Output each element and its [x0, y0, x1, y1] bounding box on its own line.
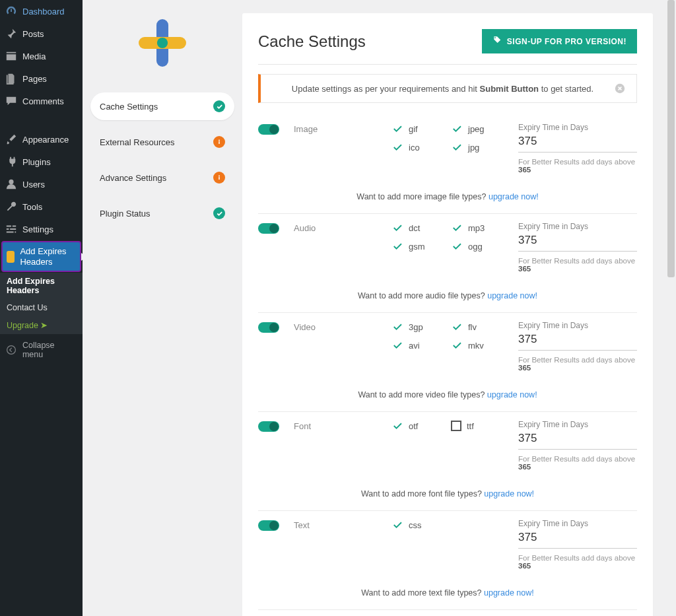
expiry-value-input[interactable]: 375: [518, 135, 637, 153]
check-icon: [391, 222, 403, 234]
sidebar-item-plugins[interactable]: Plugins: [0, 151, 83, 173]
sidebar-item-comments[interactable]: Comments: [0, 90, 83, 112]
file-type-item[interactable]: css: [391, 519, 447, 531]
plug-icon: [5, 156, 17, 168]
page-title: Cache Settings: [258, 32, 366, 51]
toggle-audio[interactable]: [258, 223, 279, 234]
submenu-item[interactable]: Contact Us: [0, 299, 83, 316]
section-title: Text: [294, 519, 380, 530]
add-more-prompt: Want to add more text file types? upgrad…: [258, 588, 637, 598]
file-type-label: ogg: [468, 242, 483, 252]
check-icon: [451, 321, 463, 333]
file-type-label: jpeg: [468, 124, 485, 134]
sidebar-item-users[interactable]: Users: [0, 173, 83, 195]
check-icon: [391, 420, 403, 432]
scrollbar-thumb[interactable]: [667, 0, 675, 277]
sidebar-item-media[interactable]: Media: [0, 45, 83, 67]
toggle-video[interactable]: [258, 322, 279, 333]
expiry-value-input[interactable]: 375: [518, 432, 637, 450]
svg-point-1: [7, 346, 16, 355]
info-notice: Update settings as per your requirements…: [258, 74, 637, 103]
check-icon: [451, 240, 463, 252]
pin-icon: [5, 28, 17, 40]
file-type-item[interactable]: jpg: [451, 141, 506, 153]
file-type-item[interactable]: gif: [391, 123, 447, 135]
sidebar-item-tools[interactable]: Tools: [0, 195, 83, 218]
file-type-label: avi: [409, 341, 420, 351]
checkbox-empty-icon[interactable]: [451, 421, 461, 431]
file-type-item[interactable]: ogg: [451, 240, 506, 252]
expiry-value-input[interactable]: 375: [518, 531, 637, 549]
check-icon: [451, 141, 463, 153]
file-type-item[interactable]: mp3: [451, 222, 506, 234]
nav-pill-cache-settings[interactable]: Cache Settings: [90, 92, 234, 120]
nav-pill-advance-settings[interactable]: Advance Settings: [90, 164, 234, 191]
expiry-hint: For Better Results add days above 365: [518, 554, 637, 570]
upgrade-link[interactable]: upgrade now!: [484, 489, 534, 498]
file-type-item[interactable]: flv: [451, 321, 506, 333]
expiry-value-input[interactable]: 375: [518, 234, 637, 252]
expiry-value-input[interactable]: 375: [518, 333, 637, 351]
close-icon[interactable]: [614, 83, 626, 94]
file-type-item[interactable]: dct: [391, 222, 447, 234]
comments-icon: [5, 95, 17, 107]
scrollbar[interactable]: [666, 0, 676, 616]
user-icon: [5, 178, 17, 190]
sidebar-item-dashboard[interactable]: Dashboard: [0, 0, 83, 22]
collapse-menu[interactable]: Collapse menu: [0, 334, 83, 366]
brush-icon: [5, 133, 17, 145]
upgrade-link[interactable]: upgrade now!: [487, 291, 537, 300]
submenu-item-upgrade[interactable]: Upgrade ➤: [0, 316, 83, 334]
expiry-label: Expiry Time in Days: [518, 123, 637, 132]
sidebar-item-label: Plugins: [22, 157, 51, 167]
section-title: Video: [294, 321, 380, 332]
file-type-item[interactable]: avi: [391, 339, 447, 351]
nav-pill-plugin-status[interactable]: Plugin Status: [90, 199, 234, 227]
expiry-block: Expiry Time in Days375For Better Results…: [518, 321, 637, 372]
file-types-grid: css: [391, 519, 506, 531]
section-text: TextcssExpiry Time in Days375For Better …: [258, 511, 637, 610]
sidebar-item-pages[interactable]: Pages: [0, 67, 83, 90]
file-type-item[interactable]: ico: [391, 141, 447, 153]
file-type-item[interactable]: jpeg: [451, 123, 506, 135]
file-type-label: css: [409, 520, 422, 530]
file-type-label: jpg: [468, 143, 479, 153]
upgrade-link[interactable]: upgrade now!: [487, 390, 537, 399]
file-type-item[interactable]: gsm: [391, 240, 447, 252]
section-title: Image: [294, 123, 380, 134]
section-font: FontotfttfExpiry Time in Days375For Bett…: [258, 412, 637, 511]
submenu-item[interactable]: Add Expires Headers: [0, 273, 83, 299]
check-icon: [391, 141, 403, 153]
file-type-item[interactable]: 3gp: [391, 321, 447, 333]
expiry-hint: For Better Results add days above 365: [518, 455, 637, 471]
file-type-label: otf: [409, 421, 418, 431]
sidebar-item-settings[interactable]: Settings: [0, 218, 83, 240]
plugin-logo: [133, 13, 192, 73]
upgrade-link[interactable]: upgrade now!: [489, 192, 539, 201]
file-type-item[interactable]: ttf: [451, 420, 506, 432]
collapse-icon: [5, 344, 17, 356]
notice-text: Update settings as per your requirements…: [271, 84, 614, 94]
file-type-item[interactable]: mkv: [451, 339, 506, 351]
check-icon: [213, 100, 225, 112]
sidebar-item-add-expires[interactable]: Add Expires Headers: [1, 241, 81, 272]
file-type-item[interactable]: otf: [391, 420, 447, 432]
toggle-image[interactable]: [258, 124, 279, 135]
check-icon: [213, 207, 225, 219]
sidebar-item-posts[interactable]: Posts: [0, 22, 83, 45]
pro-button-label: SIGN-UP FOR PRO VERSION!: [507, 37, 626, 46]
sidebar-item-label: Posts: [22, 29, 44, 39]
info-icon: [213, 136, 225, 148]
settings-card: Cache Settings SIGN-UP FOR PRO VERSION! …: [242, 13, 653, 616]
upgrade-link[interactable]: upgrade now!: [484, 588, 534, 598]
toggle-font[interactable]: [258, 421, 279, 432]
nav-pill-external-resources[interactable]: External Resources: [90, 128, 234, 156]
toggle-text[interactable]: [258, 520, 279, 531]
add-more-prompt: Want to add more image file types? upgra…: [258, 192, 637, 201]
section-title: Font: [294, 420, 380, 431]
file-type-label: gif: [409, 124, 418, 134]
sidebar-item-appearance[interactable]: Appearance: [0, 128, 83, 151]
sidebar-item-label: Add Expires Headers: [20, 246, 76, 267]
file-types-grid: gifjpegicojpg: [391, 123, 506, 153]
signup-pro-button[interactable]: SIGN-UP FOR PRO VERSION!: [482, 29, 637, 53]
